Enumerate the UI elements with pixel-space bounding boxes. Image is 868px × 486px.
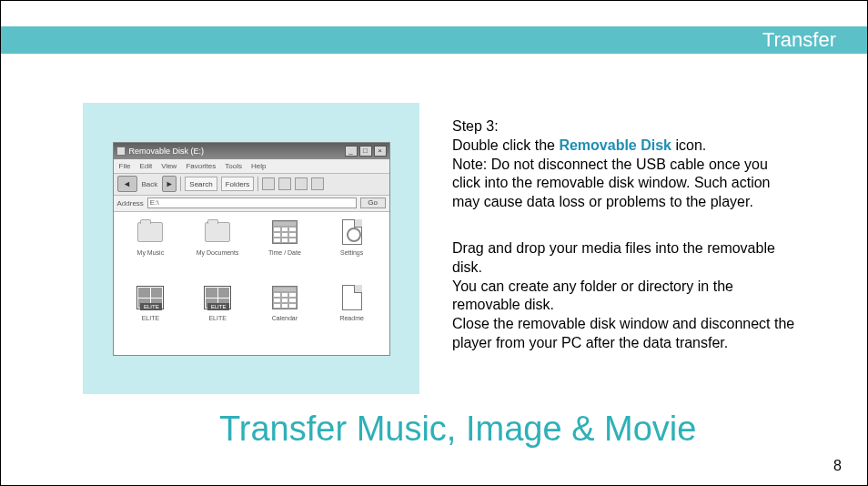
instructions-block: Step 3: Double click the Removable Disk … — [452, 117, 798, 353]
icon-time-date[interactable]: Time / Date — [251, 218, 318, 284]
toolbar-separator — [180, 177, 181, 191]
folder-icon — [205, 222, 230, 242]
icon-elite-2[interactable]: ELITE ELITE — [184, 283, 251, 349]
menu-view[interactable]: View — [161, 162, 177, 170]
para-close-window: Close the removable disk window and disc… — [452, 315, 798, 353]
thumbnail-icon: ELITE — [136, 286, 164, 309]
icon-label: My Music — [137, 249, 165, 258]
minimize-button[interactable]: _ — [345, 146, 358, 157]
address-label: Address — [117, 199, 144, 208]
window-body: My Music My Documents Time / Date Settin… — [114, 212, 389, 355]
explorer-window: Removable Disk (E:) _ □ × File Edit View… — [113, 142, 390, 356]
para-create-folder: You can create any folder or directory i… — [452, 278, 798, 316]
window-title-text: Removable Disk (E:) — [129, 147, 341, 156]
window-titlebar: Removable Disk (E:) _ □ × — [114, 143, 389, 159]
toolbar-icon-4[interactable] — [311, 177, 324, 190]
folder-icon — [137, 222, 163, 242]
icon-label: Calendar — [272, 315, 298, 324]
icon-my-documents[interactable]: My Documents — [184, 218, 251, 284]
menu-edit[interactable]: Edit — [139, 162, 152, 170]
toolbar-icon-3[interactable] — [295, 177, 308, 190]
forward-button[interactable]: ► — [162, 176, 177, 192]
step-line-1: Double click the Removable Disk icon. — [452, 137, 798, 156]
menu-file[interactable]: File — [119, 162, 131, 170]
header-section-label: Transfer — [762, 26, 836, 54]
calendar-icon — [272, 286, 298, 309]
screenshot-panel: Removable Disk (E:) _ □ × File Edit View… — [83, 103, 419, 394]
menu-favorites[interactable]: Favorites — [186, 162, 216, 170]
folders-button[interactable]: Folders — [221, 177, 255, 191]
window-toolbar: ◄ Back ► Search Folders — [114, 174, 389, 196]
back-label: Back — [141, 180, 159, 188]
icon-readme[interactable]: Readme — [318, 283, 386, 349]
go-button[interactable]: Go — [360, 197, 386, 208]
icon-label: Readme — [339, 315, 363, 324]
search-button[interactable]: Search — [185, 177, 217, 191]
icon-my-music[interactable]: My Music — [117, 218, 185, 284]
toolbar-separator-2 — [257, 177, 258, 191]
icon-calendar[interactable]: Calendar — [251, 283, 318, 349]
page-number: 8 — [833, 458, 842, 474]
maximize-button[interactable]: □ — [359, 146, 372, 157]
toolbar-icon-1[interactable] — [262, 177, 275, 190]
menu-tools[interactable]: Tools — [225, 162, 242, 170]
header-band — [1, 26, 867, 54]
icon-label: My Documents — [197, 249, 239, 258]
icon-label: Settings — [340, 249, 363, 258]
step-label: Step 3: — [452, 117, 798, 137]
window-menubar: File Edit View Favorites Tools Help — [114, 159, 389, 174]
icon-elite-1[interactable]: ELITE ELITE — [117, 283, 185, 349]
thumbnail-icon: ELITE — [204, 286, 231, 309]
page-icon — [342, 285, 362, 310]
address-bar: Address E:\ Go — [114, 196, 389, 212]
icon-settings[interactable]: Settings — [318, 218, 386, 284]
toolbar-icon-2[interactable] — [278, 177, 291, 190]
text-fragment: icon. — [671, 137, 706, 153]
para-drag-drop: Drag and drop your media files into the … — [452, 239, 798, 278]
removable-disk-highlight: Removable Disk — [559, 137, 671, 153]
close-button[interactable]: × — [374, 146, 387, 157]
icon-label: ELITE — [208, 315, 226, 324]
text-fragment: Double click the — [452, 137, 559, 153]
window-icon — [116, 147, 126, 156]
page-title: Transfer Music, Image & Movie — [219, 410, 696, 449]
menu-help[interactable]: Help — [251, 162, 266, 170]
step-note: Note: Do not disconnect the USB cable on… — [452, 156, 798, 212]
page-gear-icon — [342, 219, 362, 245]
address-field[interactable]: E:\ — [147, 197, 357, 208]
calendar-icon — [272, 220, 298, 244]
icon-label: Time / Date — [268, 249, 301, 258]
back-button[interactable]: ◄ — [117, 176, 137, 192]
icon-label: ELITE — [142, 315, 159, 324]
